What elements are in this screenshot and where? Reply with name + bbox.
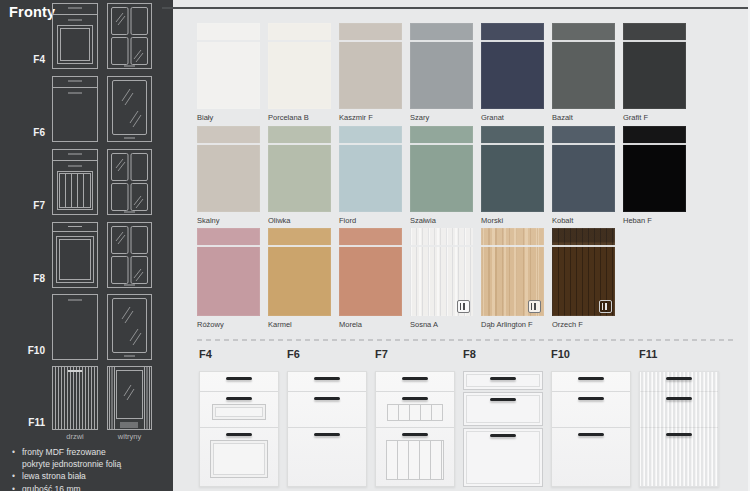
front-preview-label: F7 [375,347,455,361]
color-chip [268,23,331,109]
swatch-bialy: Biały [197,23,260,122]
bullet: • [10,471,22,483]
note-text: grubość 16 mm [22,484,81,491]
drawer-handle [402,397,428,400]
swatch-morela: Morela [339,228,402,329]
front-preview-label: F10 [551,347,631,361]
drawer-handle [314,433,340,436]
front-row-label: F11 [0,417,45,428]
material-notes-list: • fronty MDF frezowane pokryte jednostro… [10,447,169,491]
swatch-kaszmir-f: Kaszmir F [339,23,402,122]
drawer-handle [314,397,340,400]
swatch-label: Heban F [623,216,686,225]
swatch-label: Morski [481,216,544,225]
drawer-handle [314,377,340,380]
swatch-szary: Szary [410,23,473,122]
drawer-handle [402,377,428,380]
f6-door-thumbnail-icon [52,76,98,142]
f6-front-image [287,371,367,487]
f11-vitrine-thumbnail-icon [107,366,152,430]
f4-front-image [199,371,279,487]
vitrines-column-label: witryny [107,432,152,441]
front-row-label: F4 [0,54,45,65]
catalog-main: Biały Porcelana B Kaszmir F Szary Granat… [173,0,750,491]
color-chip [410,23,473,109]
front-preview-f7: F7 [375,347,455,487]
swatch-bazalt: Bazalt [552,23,615,122]
color-chip [339,228,402,316]
front-row-f6: F6 [0,76,173,142]
swatch-label: Porcelana B [268,113,331,122]
color-chip [623,23,686,109]
color-chip [268,126,331,212]
color-chip [339,23,402,109]
drawer-handle [578,397,604,400]
top-divider-rule [162,7,750,9]
drawer-handle [666,433,692,436]
swatch-label: Kobalt [552,216,615,225]
drawer-handle [666,377,692,380]
swatch-label: Biały [197,113,260,122]
f6-vitrine-thumbnail-icon [107,76,152,142]
swatch-label: Morela [339,320,402,329]
color-chip [197,126,260,212]
front-row-label: F8 [0,273,45,284]
wood-grain-icon [528,300,541,313]
swatch-kobalt: Kobalt [552,126,615,225]
drawer-handle [490,377,516,380]
drawer-handle [226,433,252,436]
swatch-heban-f: Heban F [623,126,686,225]
catalog-page: Fronty F4 [0,0,750,491]
color-chip [481,228,544,316]
swatch-label: Orzech F [552,320,615,329]
f4-door-thumbnail-icon [52,3,98,69]
bullet: • [10,447,22,470]
drawer-handle [226,397,252,400]
swatch-porcelana-b: Porcelana B [268,23,331,122]
note-text: lewa strona biała [22,471,86,483]
swatch-morski: Morski [481,126,544,225]
front-preview-f6: F6 [287,347,367,487]
f8-front-image [463,371,543,487]
f8-door-thumbnail-icon [52,222,98,288]
swatch-orzech-f: Orzech F [552,228,615,329]
swatch-szalwia: Szałwia [410,126,473,225]
color-chip [268,228,331,316]
f7-front-image [375,371,455,487]
front-preview-f4: F4 [199,347,279,487]
color-chip [197,228,260,316]
front-preview-label: F4 [199,347,279,361]
f10-front-image [551,371,631,487]
swatch-label: Szałwia [410,216,473,225]
color-chip [481,126,544,212]
swatch-label: Oliwka [268,216,331,225]
palette-row-1: Biały Porcelana B Kaszmir F Szary Granat… [197,23,686,122]
front-preview-f10: F10 [551,347,631,487]
color-chip [552,126,615,212]
swatch-oliwka: Oliwka [268,126,331,225]
drawer-handle [490,398,516,401]
swatch-fiord: Fiord [339,126,402,225]
swatch-karmel: Karmel [268,228,331,329]
color-chip [339,126,402,212]
f8-vitrine-thumbnail-icon [107,222,152,288]
front-preview-label: F8 [463,347,543,361]
palette-row-3: Różowy Karmel Morela Sosna A [197,228,615,329]
f4-vitrine-thumbnail-icon [107,3,152,69]
front-preview-label: F11 [639,347,719,361]
swatch-label: Kaszmir F [339,113,402,122]
f11-front-image [639,371,719,487]
front-previews: F4 F6 F7 [199,347,719,487]
swatch-label: Skalny [197,216,260,225]
bullet: • [10,484,22,491]
swatch-grafit-f: Grafit F [623,23,686,122]
f7-vitrine-thumbnail-icon [107,149,152,215]
f10-vitrine-thumbnail-icon [107,294,152,360]
swatch-label: Fiord [339,216,402,225]
f7-door-thumbnail-icon [52,149,98,215]
f11-door-thumbnail-icon [52,366,98,430]
drawer-handle [666,397,692,400]
drawer-handle [226,377,252,380]
drawer-handle [578,433,604,436]
swatch-label: Grafit F [623,113,686,122]
